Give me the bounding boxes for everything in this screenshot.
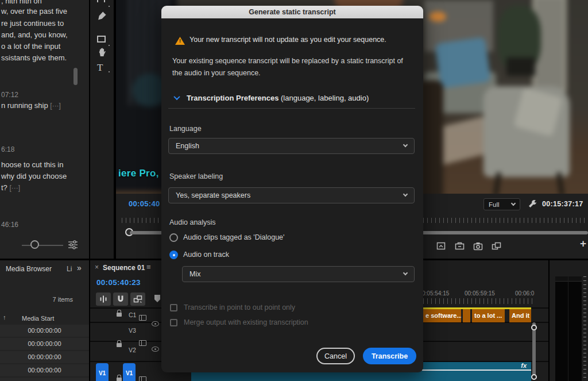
pen-tool-icon[interactable] bbox=[97, 10, 107, 21]
chevron-down-icon[interactable] bbox=[173, 94, 180, 100]
checkbox-merge-output-label: Merge output with existing transcription bbox=[184, 318, 308, 326]
media-row[interactable]: 00:00:00:00 bbox=[0, 364, 89, 376]
transcript-line[interactable]: and, and, you know, bbox=[1, 30, 68, 39]
audio-meters-panel bbox=[548, 259, 588, 381]
timeline-ruler[interactable] bbox=[423, 298, 532, 304]
track-select-tool-icon[interactable] bbox=[97, 0, 107, 7]
track-targeting-icon[interactable] bbox=[139, 315, 146, 321]
radio-audio-clips-dialogue[interactable] bbox=[169, 233, 178, 242]
radio-audio-clips-dialogue-label[interactable]: Audio clips tagged as 'Dialogue' bbox=[183, 233, 284, 241]
radio-audio-on-track[interactable] bbox=[169, 251, 178, 259]
lift-icon[interactable] bbox=[436, 242, 446, 251]
transcript-line[interactable]: o a lot of the input bbox=[1, 42, 60, 51]
chevron-down-icon bbox=[403, 192, 408, 197]
caption-clip[interactable]: to a lot ... bbox=[472, 309, 505, 322]
checkbox-in-out-point[interactable] bbox=[170, 304, 177, 311]
checkbox-merge-output[interactable] bbox=[170, 319, 177, 326]
dialog-title[interactable]: Generate static transcript bbox=[161, 6, 423, 18]
transcribe-button[interactable]: Transcribe bbox=[363, 348, 416, 364]
transcript-segment[interactable]: t? [···] bbox=[1, 183, 20, 192]
source-patch-v1-badge[interactable]: V1 bbox=[96, 363, 109, 381]
audio-meter-scale bbox=[583, 276, 586, 381]
more-ellipsis-badge[interactable]: [···] bbox=[50, 102, 61, 110]
ruler-timecode: 00:05:59:15 bbox=[465, 290, 495, 297]
media-row[interactable]: 00:00:00:00 bbox=[0, 325, 89, 337]
track-label-v3[interactable]: V3 bbox=[129, 327, 136, 334]
caption-clip[interactable]: e software... bbox=[423, 309, 461, 322]
tab-media-browser[interactable]: Media Browser bbox=[6, 265, 52, 273]
double-chevron-icon[interactable]: » bbox=[77, 263, 82, 272]
panel-menu-icon[interactable]: ≡ bbox=[146, 263, 151, 271]
audio-meter-display bbox=[555, 276, 582, 381]
track-value: Mix bbox=[189, 270, 200, 278]
media-row[interactable]: 00:00:00:00 bbox=[0, 378, 89, 381]
position-timecode: 00:05:40 bbox=[129, 199, 160, 208]
section-divider bbox=[168, 108, 415, 109]
linked-selection-button[interactable] bbox=[130, 293, 145, 306]
transcript-timestamp: 07:12 bbox=[1, 91, 18, 99]
rectangle-tool-icon[interactable] bbox=[97, 36, 107, 46]
transcript-line[interactable]: hoose to cut this in bbox=[1, 160, 63, 169]
scrollbar-handle[interactable] bbox=[531, 374, 537, 380]
scrollbar-handle[interactable] bbox=[531, 325, 537, 330]
track-output-eye-icon[interactable] bbox=[152, 321, 159, 326]
timeline-vertical-scrollbar[interactable] bbox=[532, 322, 536, 380]
lock-icon[interactable] bbox=[117, 343, 122, 347]
track-target-v1-badge[interactable]: V1 bbox=[123, 363, 136, 381]
transcript-line[interactable]: why did you choose bbox=[1, 172, 67, 180]
zoom-level-dropdown[interactable]: Full bbox=[483, 198, 520, 210]
transcript-line[interactable]: re just continues to bbox=[1, 19, 64, 28]
caption-clip[interactable]: And it bbox=[509, 309, 531, 322]
audio-analysis-label: Audio analysis bbox=[169, 218, 216, 226]
snap-button[interactable] bbox=[113, 293, 128, 306]
settings-wrench-icon[interactable] bbox=[527, 199, 537, 209]
transcript-line[interactable]: , hith hith on bbox=[1, 0, 42, 5]
tab-libraries-partial[interactable]: Li bbox=[67, 265, 72, 273]
zoom-slider-track[interactable] bbox=[22, 245, 63, 246]
tab-sequence[interactable]: Sequence 01 bbox=[103, 264, 145, 272]
lock-icon[interactable] bbox=[117, 313, 122, 317]
track-label-v2[interactable]: V2 bbox=[129, 347, 136, 353]
transcription-preferences-header[interactable]: Transcription Preferences (language, lab… bbox=[187, 94, 369, 102]
chevron-down-icon bbox=[403, 271, 408, 275]
media-row[interactable]: 00:00:00:00 bbox=[0, 338, 89, 350]
nest-sequences-button[interactable] bbox=[96, 293, 111, 306]
insert-icon[interactable] bbox=[492, 242, 501, 251]
media-row[interactable]: 00:00:00:00 bbox=[0, 351, 89, 363]
track-output-eye-icon[interactable] bbox=[152, 347, 159, 352]
filter-settings-icon[interactable] bbox=[67, 240, 79, 250]
ruler-timecode: 0:05:54:15 bbox=[422, 290, 449, 297]
transcript-segment[interactable]: n running ship [···] bbox=[1, 101, 61, 110]
cancel-button[interactable]: Cancel bbox=[316, 348, 355, 364]
lock-icon[interactable] bbox=[117, 378, 122, 381]
premiere-pro-window: iere Pro, 00:05:40 Full 00:15:37:17 bbox=[0, 0, 588, 381]
caption-clip[interactable] bbox=[463, 309, 470, 322]
video-caption-overlay: iere Pro, bbox=[118, 168, 159, 179]
audio-meter-header bbox=[555, 276, 582, 282]
transcript-line[interactable]: w, over the past five bbox=[1, 7, 67, 16]
duration-timecode: 00:15:37:17 bbox=[542, 200, 583, 208]
zoom-level-value: Full bbox=[489, 201, 500, 208]
add-marker-icon[interactable] bbox=[154, 295, 160, 302]
track-label-c1[interactable]: C1 bbox=[129, 311, 136, 318]
zoom-slider-knob[interactable] bbox=[30, 240, 39, 249]
column-header-media-start[interactable]: Media Start bbox=[22, 315, 54, 322]
transcript-scrollbar[interactable] bbox=[74, 68, 78, 85]
type-tool-icon[interactable]: T bbox=[97, 62, 107, 72]
language-dropdown[interactable]: English bbox=[168, 138, 415, 154]
timeline-playhead-timecode[interactable]: 00:05:40:23 bbox=[96, 278, 141, 287]
track-targeting-icon[interactable] bbox=[139, 340, 146, 346]
close-icon[interactable]: × bbox=[95, 263, 99, 271]
track-dropdown[interactable]: Mix bbox=[182, 266, 415, 282]
export-frame-camera-icon[interactable] bbox=[473, 242, 483, 251]
checkbox-in-out-point-label: Transcribe in point to out point only bbox=[184, 303, 295, 311]
transcript-line[interactable]: ssistants give them. bbox=[1, 53, 67, 62]
extract-icon[interactable] bbox=[455, 242, 465, 251]
sort-up-icon[interactable]: ↑ bbox=[3, 314, 6, 321]
track-targeting-icon[interactable] bbox=[139, 376, 146, 381]
speaker-labeling-dropdown[interactable]: Yes, separate speakers bbox=[168, 187, 415, 203]
plus-icon[interactable]: + bbox=[580, 237, 586, 250]
hand-tool-icon[interactable] bbox=[97, 47, 107, 57]
more-ellipsis-badge[interactable]: [···] bbox=[9, 184, 20, 192]
radio-audio-on-track-label[interactable]: Audio on track bbox=[183, 251, 229, 259]
